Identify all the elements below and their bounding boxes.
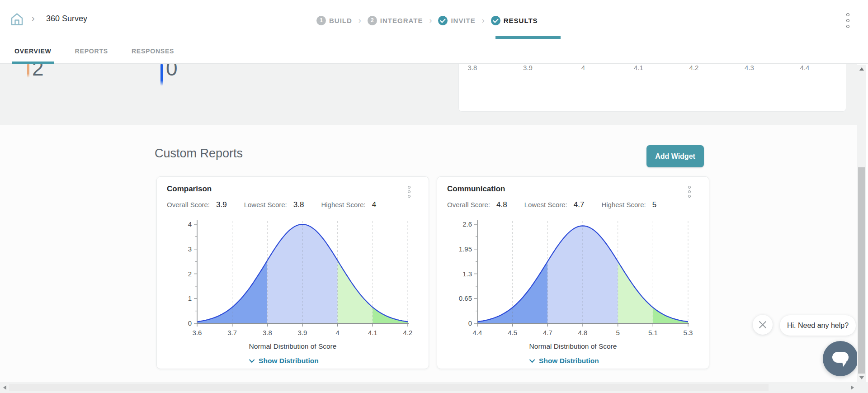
widget-kebab-menu-icon[interactable] xyxy=(408,186,410,199)
horizontal-scrollbar[interactable] xyxy=(0,382,857,393)
check-circle-icon xyxy=(491,16,500,25)
horizontal-scroll-thumb[interactable] xyxy=(9,384,769,391)
chevron-right-icon: › xyxy=(429,16,432,24)
svg-text:0: 0 xyxy=(468,319,472,327)
step-build[interactable]: 1 BUILD xyxy=(316,16,352,25)
score-summary: Overall Score:3.9 Lowest Score:3.8 Highe… xyxy=(167,200,387,209)
chat-bubble-icon xyxy=(830,349,851,369)
svg-text:4.4: 4.4 xyxy=(473,329,482,336)
widget-card-comparison: Comparison Overall Score:3.9 Lowest Scor… xyxy=(156,176,429,369)
widget-kebab-menu-icon[interactable] xyxy=(688,186,691,199)
scroll-up-arrow-icon[interactable] xyxy=(859,67,864,71)
show-distribution-toggle[interactable]: Show Distribution xyxy=(529,357,599,365)
survey-stepper: 1 BUILD › 2 INTEGRATE › INVITE › RESULTS xyxy=(316,15,538,26)
svg-text:5: 5 xyxy=(616,329,619,336)
svg-text:4.1: 4.1 xyxy=(368,329,377,336)
svg-text:3: 3 xyxy=(188,245,192,253)
widget-title: Comparison xyxy=(167,185,212,194)
preview-axis-labels: 3.8 3.9 4 4.1 4.2 4.3 4.4 xyxy=(463,64,814,71)
chart-xlabel: Normal Distribution of Score xyxy=(157,342,429,350)
widget-title: Communication xyxy=(447,185,505,194)
show-distribution-toggle[interactable]: Show Distribution xyxy=(249,357,319,365)
step-invite[interactable]: INVITE xyxy=(438,16,475,25)
svg-text:2: 2 xyxy=(188,270,192,278)
breadcrumb-separator-icon: › xyxy=(32,13,35,24)
tab-bar: OVERVIEW REPORTS RESPONSES Download Shar… xyxy=(0,39,868,64)
scroll-right-arrow-icon[interactable] xyxy=(851,385,854,390)
svg-text:3.8: 3.8 xyxy=(263,329,272,336)
svg-text:4.2: 4.2 xyxy=(403,329,413,336)
scrollbar-corner xyxy=(857,382,868,393)
close-icon xyxy=(758,320,768,330)
communication-distribution-chart: 00.651.31.952.64.44.54.74.855.15.3 xyxy=(454,213,707,340)
window-kebab-menu-icon[interactable] xyxy=(846,13,851,31)
tab-responses[interactable]: RESPONSES xyxy=(129,39,177,63)
chevron-right-icon: › xyxy=(359,16,361,24)
stat-bar-orange xyxy=(27,64,29,78)
stat-value: 2 xyxy=(32,64,44,79)
svg-text:4.7: 4.7 xyxy=(543,329,552,336)
breadcrumb: 360 Survey xyxy=(46,14,87,24)
chevron-down-icon xyxy=(529,359,535,363)
app-window: › 360 Survey 1 BUILD › 2 INTEGRATE › INV… xyxy=(0,0,868,393)
svg-text:5.3: 5.3 xyxy=(684,329,693,336)
svg-text:1.95: 1.95 xyxy=(459,245,472,253)
check-circle-icon xyxy=(438,16,448,25)
step-integrate[interactable]: 2 INTEGRATE xyxy=(368,16,423,25)
chat-launcher-button[interactable] xyxy=(823,341,858,376)
svg-text:0.65: 0.65 xyxy=(459,294,472,302)
step-results[interactable]: RESULTS xyxy=(491,16,538,25)
svg-text:3.9: 3.9 xyxy=(298,329,307,336)
chat-greeting-bubble[interactable]: Hi. Need any help? xyxy=(780,315,856,336)
tab-overview[interactable]: OVERVIEW xyxy=(12,39,54,63)
svg-text:4.5: 4.5 xyxy=(508,329,517,336)
stat-value: 0 xyxy=(166,64,178,79)
svg-text:3.7: 3.7 xyxy=(227,329,237,336)
step-number-badge: 1 xyxy=(316,16,326,25)
add-widget-button[interactable]: Add Widget xyxy=(646,145,704,167)
svg-text:4.8: 4.8 xyxy=(578,329,588,336)
scroll-left-arrow-icon[interactable] xyxy=(3,385,6,390)
chart-xlabel: Normal Distribution of Score xyxy=(437,342,709,350)
svg-text:4: 4 xyxy=(335,329,339,336)
widget-card-communication: Communication Overall Score:4.8 Lowest S… xyxy=(437,176,709,369)
tab-reports[interactable]: REPORTS xyxy=(72,39,111,63)
svg-text:3.6: 3.6 xyxy=(193,329,202,336)
svg-text:1.3: 1.3 xyxy=(462,270,472,278)
svg-text:2.6: 2.6 xyxy=(462,220,472,228)
vertical-scrollbar[interactable] xyxy=(857,65,866,382)
stat-bar-blue xyxy=(160,64,163,86)
dashboard-preview-section: 2 0 3.8 3.9 4 4.1 4.2 4.3 4.4 Normal Dis… xyxy=(0,64,857,125)
chevron-right-icon: › xyxy=(482,16,485,24)
home-icon[interactable] xyxy=(11,13,23,26)
step-number-badge: 2 xyxy=(368,16,377,25)
vertical-scroll-thumb[interactable] xyxy=(858,167,865,374)
scroll-down-arrow-icon[interactable] xyxy=(859,376,864,379)
comparison-distribution-chart: 012343.63.73.83.944.14.2 xyxy=(174,213,427,340)
svg-text:5.1: 5.1 xyxy=(648,329,658,336)
svg-text:0: 0 xyxy=(188,319,192,327)
tabs: OVERVIEW REPORTS RESPONSES xyxy=(12,39,177,63)
svg-text:4: 4 xyxy=(188,220,192,228)
chevron-down-icon xyxy=(249,359,255,363)
chat-dismiss-button[interactable] xyxy=(753,315,773,335)
score-summary: Overall Score:4.8 Lowest Score:4.7 Highe… xyxy=(447,200,667,209)
section-heading: Custom Reports xyxy=(155,147,243,161)
header: › 360 Survey 1 BUILD › 2 INTEGRATE › INV… xyxy=(0,0,868,39)
svg-text:1: 1 xyxy=(188,294,192,302)
